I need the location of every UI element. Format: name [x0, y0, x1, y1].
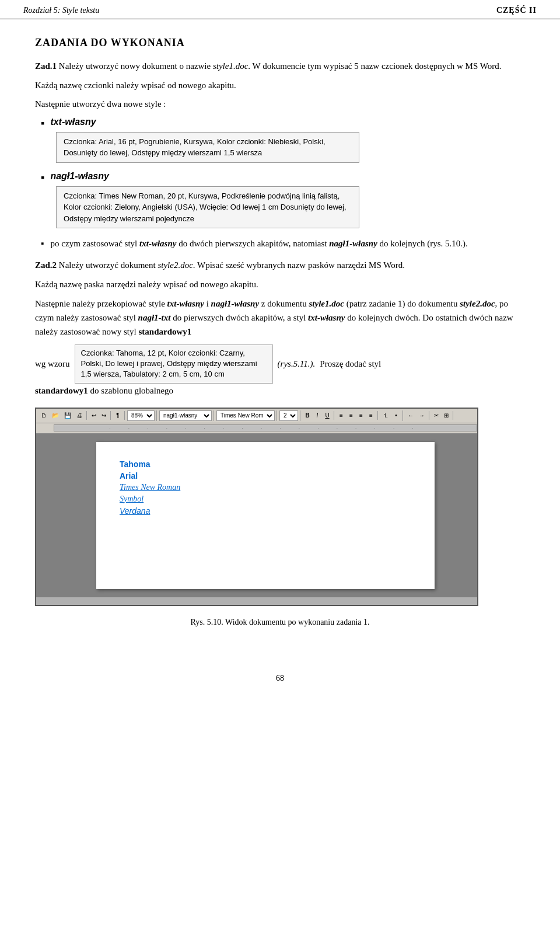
toolbar-save-icon[interactable]: 💾 [62, 411, 74, 420]
task1-line3: Następnie utworzyć dwa nowe style : [35, 98, 525, 111]
main-content: ZADANIA DO WYKONANIA Zad.1 Należy utworz… [0, 37, 560, 662]
font-item-symbol: Symbol [120, 495, 411, 504]
toolbar-size-select[interactable]: 20 [279, 410, 298, 421]
toolbar-file-icons: 🗋 📂 💾 🖨 [38, 411, 87, 420]
section-title: ZADANIA DO WYKONANIA [35, 37, 525, 49]
toolbar-redo-icon[interactable]: ↪ [99, 411, 108, 420]
toolbar-indent-decrease[interactable]: ← [405, 411, 416, 420]
toolbar-undo-group: ↩ ↪ [89, 411, 111, 420]
toolbar-print-icon[interactable]: 🖨 [74, 411, 85, 420]
toolbar-indent-group: ← → [405, 411, 429, 420]
task1-text1: Należy utworzyć nowy dokument o nazwie s… [57, 61, 501, 71]
task1-line1: Zad.1 Należy utworzyć nowy dokument o na… [35, 60, 525, 73]
toolbar-indent-increase[interactable]: → [416, 411, 427, 420]
word-screenshot: 🗋 📂 💾 🖨 ↩ ↪ ¶ 88% nagł1-własny [35, 408, 478, 606]
after-bullets: ▪ po czym zastosować styl txt-własny do … [41, 236, 525, 250]
page-header: Rozdział 5: Style tekstu CZĘŚĆ II [0, 0, 560, 19]
word-toolbar-1: 🗋 📂 💾 🖨 ↩ ↪ ¶ 88% nagł1-własny [36, 409, 477, 423]
page-number: 68 [0, 674, 560, 689]
bullet-icon-2: ▪ [41, 172, 44, 183]
toolbar-bullets-icon[interactable]: • [391, 411, 401, 420]
wg-wzoru-text: wg wzoru [35, 359, 70, 369]
toolbar-para-icon-group: ¶ [113, 411, 125, 420]
toolbar-align-right[interactable]: ≡ [356, 411, 366, 420]
font-item-verdana: Verdana [120, 506, 411, 516]
toolbar-zoom-select[interactable]: 88% [127, 410, 155, 421]
task1-line2: Każdą nazwę czcionki należy wpisać od no… [35, 79, 525, 92]
toolbar-font-select[interactable]: Times New Roman [216, 410, 275, 421]
chapter-title: Rozdział 5: Style tekstu [23, 6, 99, 15]
toolbar-open-icon[interactable]: 📂 [50, 411, 61, 420]
style-name-nagl: nagł1-własny [50, 171, 108, 182]
word-sidebar [36, 434, 54, 597]
rys-ref: (rys.5.11.). [278, 359, 316, 369]
toolbar-misc-1[interactable]: ✂ [432, 411, 441, 420]
style-box-txt: Czcionka: Arial, 16 pt, Pogrubienie, Kur… [56, 132, 359, 163]
toolbar-style-group: nagł1-własny [159, 410, 214, 421]
bullet-item-1: ▪ txt-własny [41, 117, 525, 128]
bullet-item-2: ▪ nagł1-własny [41, 171, 525, 183]
style-name-txt: txt-własny [50, 117, 96, 127]
word-ruler: · · · · · · · · · · · · · · · · · [36, 423, 477, 434]
task2-line2: Każdą nazwę paska narzędzi należy wpisać… [35, 278, 525, 291]
toolbar-zoom-group: 88% [127, 410, 157, 421]
toolbar-size-group: 20 [279, 410, 300, 421]
figure-caption: Rys. 5.10. Widok dokumentu po wykonaniu … [35, 618, 525, 627]
task2-line1: Zad.2 Należy utworzyć dokument style2.do… [35, 259, 525, 272]
toolbar-para-icon[interactable]: ¶ [113, 411, 123, 420]
ruler-bar: · · · · · · · · · · · · · · · · · [54, 424, 477, 431]
task1-zad-prefix: Zad. [35, 61, 52, 71]
word-body: Tahoma Arial Times New Roman Symbol Verd… [36, 434, 477, 597]
toolbar-italic-button[interactable]: I [313, 411, 322, 420]
toolbar-underline-button[interactable]: U [323, 411, 332, 420]
toolbar-undo-icon[interactable]: ↩ [89, 411, 99, 420]
word-font-list: Tahoma Arial Times New Roman Symbol Verd… [120, 459, 411, 516]
word-page: Tahoma Arial Times New Roman Symbol Verd… [96, 442, 435, 589]
task1-number: 1 [52, 61, 57, 71]
inline-style-box: Czcionka: Tahoma, 12 pt, Kolor czcionki:… [75, 344, 273, 384]
toolbar-font-group: Times New Roman [216, 410, 277, 421]
toolbar-align-group: ≡ ≡ ≡ ≡ [337, 411, 378, 420]
wg-wzoru-line: wg wzoru Czcionka: Tahoma, 12 pt, Kolor … [35, 344, 525, 384]
toolbar-align-left[interactable]: ≡ [337, 411, 346, 420]
bullet-icon-3: ▪ [41, 239, 44, 248]
prosze-text: Proszę dodać styl [320, 359, 381, 369]
font-item-tnr: Times New Roman [120, 483, 411, 492]
toolbar-align-justify[interactable]: ≡ [366, 411, 376, 420]
font-item-arial: Arial [120, 471, 411, 481]
toolbar-list-group: ⒈ • [380, 410, 403, 421]
toolbar-misc-group: ✂ ⊞ [432, 411, 453, 420]
toolbar-style-select[interactable]: nagł1-własny [159, 410, 212, 421]
part-label: CZĘŚĆ II [496, 6, 537, 15]
bullet-icon-1: ▪ [41, 118, 44, 128]
ruler-marks: · · · · · · · · · · · · · · · · · [109, 426, 421, 431]
add-style-line: standardowy1 do szablonu globalnego [35, 386, 525, 396]
style-box-nagl: Czcionka: Times New Roman, 20 pt, Kursyw… [56, 186, 359, 229]
toolbar-bold-button[interactable]: B [303, 411, 312, 420]
toolbar-misc-2[interactable]: ⊞ [442, 411, 451, 420]
task2-line3: Następnie należy przekopiować style txt-… [35, 297, 525, 339]
toolbar-new-icon[interactable]: 🗋 [38, 411, 49, 420]
toolbar-align-center[interactable]: ≡ [346, 411, 356, 420]
font-item-tahoma: Tahoma [120, 459, 411, 469]
toolbar-format-group: B I U [303, 411, 334, 420]
toolbar-numbering-icon[interactable]: ⒈ [380, 410, 391, 421]
